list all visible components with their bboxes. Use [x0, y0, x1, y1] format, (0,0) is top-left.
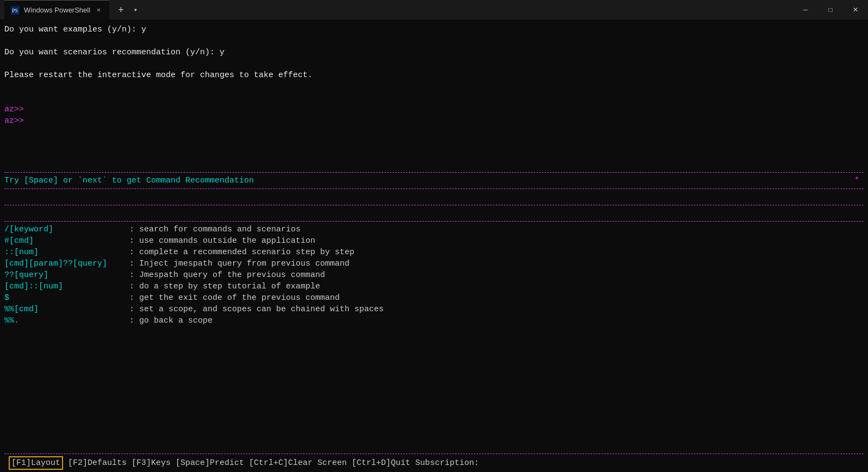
maximize-button[interactable]: □ [818, 0, 843, 20]
recommend-star: * [796, 175, 859, 186]
help-desc-4: : Inject jmespath query from previous co… [129, 258, 349, 269]
powershell-icon: PS [11, 6, 20, 15]
recommend-text: Try [Space] or `next` to get Command Rec… [4, 175, 796, 186]
tab-close-button[interactable]: ✕ [95, 5, 103, 15]
status-other-keys: [F2]Defaults [F3]Keys [Space]Predict [Ct… [63, 457, 479, 469]
separator-middle-bottom [4, 205, 864, 205]
close-button[interactable]: ✕ [843, 0, 868, 20]
new-tab-button[interactable]: + [114, 3, 128, 17]
line-empty-1 [4, 35, 864, 47]
help-key-5: ??[query] [4, 269, 129, 281]
terminal-output: Do you want examples (y/n): y Do you wan… [4, 24, 864, 454]
tab-dropdown-button[interactable]: ▾ [130, 5, 141, 15]
help-key-6: [cmd]::[num] [4, 281, 129, 292]
separator-top [4, 172, 864, 173]
help-desc-7: : get the exit code of the previous comm… [129, 292, 340, 304]
tab-label: Windows PowerShell [24, 6, 90, 14]
recommend-row: Try [Space] or `next` to get Command Rec… [4, 175, 864, 186]
line-scenarios: Do you want scenarios recommendation (y/… [4, 47, 864, 58]
help-key-1: /[keyword] [4, 224, 129, 235]
help-row-4: [cmd][param]??[query] : Inject jmespath … [4, 258, 864, 269]
separator-help-top [4, 221, 864, 222]
line-restart: Please restart the interactive mode for … [4, 70, 864, 81]
svg-text:PS: PS [12, 8, 18, 14]
minimize-button[interactable]: ─ [793, 0, 818, 20]
help-row-7: $ : get the exit code of the previous co… [4, 292, 864, 304]
help-row-3: ::[num] : complete a recommended scenari… [4, 247, 864, 258]
help-desc-8: : set a scope, and scopes can be chained… [129, 304, 384, 315]
help-key-3: ::[num] [4, 247, 129, 258]
status-f1-layout[interactable]: [F1]Layout [9, 456, 63, 470]
help-desc-2: : use commands outside the application [129, 235, 315, 247]
line-empty-6 [4, 207, 864, 219]
help-key-2: #[cmd] [4, 235, 129, 247]
titlebar: PS Windows PowerShell ✕ + ▾ ─ □ ✕ [0, 0, 868, 20]
separator-middle-top [4, 188, 864, 189]
line-prompt-2: az>> [4, 115, 864, 127]
line-empty-2 [4, 58, 864, 70]
help-row-8: %%[cmd] : set a scope, and scopes can be… [4, 304, 864, 315]
help-row-2: #[cmd] : use commands outside the applic… [4, 235, 864, 247]
statusbar: [F1]Layout [F2]Defaults [F3]Keys [Space]… [4, 454, 864, 472]
help-key-8: %%[cmd] [4, 304, 129, 315]
line-examples: Do you want examples (y/n): y [4, 24, 864, 35]
titlebar-actions: + ▾ [109, 3, 145, 17]
help-key-9: %%. [4, 315, 129, 326]
help-row-1: /[keyword] : search for commands and sce… [4, 224, 864, 235]
help-desc-1: : search for commands and scenarios [129, 224, 301, 235]
help-key-4: [cmd][param]??[query] [4, 258, 129, 269]
help-table: /[keyword] : search for commands and sce… [4, 224, 864, 326]
terminal-spacer [4, 127, 864, 170]
terminal[interactable]: Do you want examples (y/n): y Do you wan… [0, 20, 868, 472]
window-controls: ─ □ ✕ [793, 0, 868, 20]
help-desc-3: : complete a recommended scenario step b… [129, 247, 354, 258]
help-row-6: [cmd]::[num] : do a step by step tutoria… [4, 281, 864, 292]
help-desc-5: : Jmespath query of the previous command [129, 269, 325, 281]
help-row-9: %%. : go back a scope [4, 315, 864, 326]
help-row-5: ??[query] : Jmespath query of the previo… [4, 269, 864, 281]
help-desc-6: : do a step by step tutorial of example [129, 281, 320, 292]
powershell-tab[interactable]: PS Windows PowerShell ✕ [4, 0, 109, 20]
line-empty-5 [4, 191, 864, 203]
help-key-7: $ [4, 292, 129, 304]
line-prompt-1: az>> [4, 104, 864, 115]
help-desc-9: : go back a scope [129, 315, 213, 326]
line-empty-3 [4, 81, 864, 92]
line-empty-4 [4, 92, 864, 104]
